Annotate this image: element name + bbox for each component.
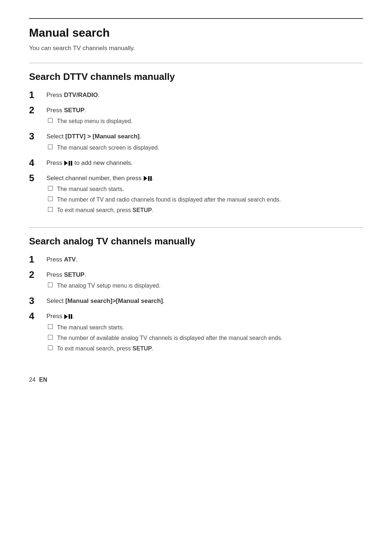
pause-bar-1 xyxy=(148,176,150,181)
analog-step-1-bold: ATV xyxy=(64,256,76,263)
dttv-step-5-bullet-3: To exit manual search, press SETUP. xyxy=(48,206,363,215)
analog-step-2: 2 Press SETUP. The analog TV setup menu … xyxy=(29,269,363,292)
bullet-box-icon xyxy=(48,118,53,123)
dttv-step-5-bullet-1: The manual search starts. xyxy=(48,185,363,194)
bullet-box-icon xyxy=(48,283,53,287)
analog-step-4-bullet-3: To exit manual search, press SETUP. xyxy=(48,344,363,353)
dttv-step-3-bullets: The manual search screen is displayed. xyxy=(46,143,363,152)
dttv-step-3: 3 Select [DTTV] > [Manual search]. The m… xyxy=(29,130,363,154)
analog-step-number-4: 4 xyxy=(29,310,46,322)
analog-step-number-3: 3 xyxy=(29,295,46,307)
dttv-step-3-bullet-text-1: The manual search screen is displayed. xyxy=(57,143,159,152)
analog-step-4-bullet-text-1: The manual search starts. xyxy=(57,323,124,332)
dttv-step-1-bold: DTV/RADIO xyxy=(64,92,98,98)
dttv-section-divider xyxy=(29,63,363,63)
analog-section-title: Search analog TV channels manually xyxy=(29,236,363,247)
analog-step-number-2: 2 xyxy=(29,269,46,281)
analog-step-4: 4 Press . The manual search starts. The … xyxy=(29,310,363,355)
pause-bars-icon xyxy=(148,176,152,181)
dttv-step-5-bullet-text-2: The number of TV and radio channels foun… xyxy=(57,195,281,204)
step-number-1: 1 xyxy=(29,89,46,101)
play-pause-icon-4 xyxy=(64,161,72,166)
step-number-5: 5 xyxy=(29,172,46,184)
play-triangle-icon xyxy=(64,161,68,166)
bullet-box-icon xyxy=(48,207,53,212)
pause-bar-1 xyxy=(69,161,70,166)
step-number-2: 2 xyxy=(29,104,46,117)
bullet-box-icon xyxy=(48,324,53,329)
step-number-3: 3 xyxy=(29,130,46,143)
dttv-step-5-bullet-2: The number of TV and radio channels foun… xyxy=(48,195,363,204)
top-divider xyxy=(29,18,363,19)
pause-bars-icon xyxy=(69,314,72,319)
dttv-step-2-bullet-1: The setup menu is displayed. xyxy=(48,117,363,126)
analog-step-1-content: Press ATV. xyxy=(46,253,363,264)
footer-page-number: 24 xyxy=(29,377,36,383)
dttv-step-2: 2 Press SETUP. The setup menu is display… xyxy=(29,104,363,128)
analog-steps-list: 1 Press ATV. 2 Press SETUP. The analog T… xyxy=(29,253,363,355)
footer-language: EN xyxy=(39,377,47,383)
dttv-step-2-content: Press SETUP. The setup menu is displayed… xyxy=(46,104,363,128)
analog-step-4-bullet-text-3: To exit manual search, press SETUP. xyxy=(57,344,154,353)
dttv-step-2-bullet-text-1: The setup menu is displayed. xyxy=(57,117,132,126)
analog-step-3: 3 Select [Manual search]>[Manual search]… xyxy=(29,295,363,307)
dttv-step-5-bullet-text-1: The manual search starts. xyxy=(57,185,124,194)
dttv-step-4-content: Press to add new channels. xyxy=(46,157,363,168)
bullet-box-icon xyxy=(48,145,53,149)
analog-step-2-bullet-text-1: The analog TV setup menu is displayed. xyxy=(57,281,160,290)
dttv-step-3-bold: [DTTV] > [Manual search] xyxy=(65,133,140,140)
analog-step-3-content: Select [Manual search]>[Manual search]. xyxy=(46,295,363,306)
pause-bar-2 xyxy=(150,176,152,181)
dttv-steps-list: 1 Press DTV/RADIO. 2 Press SETUP. The se… xyxy=(29,89,363,216)
pause-bar-2 xyxy=(71,314,72,319)
dttv-step-5-content: Select channel number, then press . The … xyxy=(46,172,363,217)
analog-step-2-bullet-1: The analog TV setup menu is displayed. xyxy=(48,281,363,290)
bullet-box-icon xyxy=(48,196,53,201)
dttv-step-3-content: Select [DTTV] > [Manual search]. The man… xyxy=(46,130,363,154)
dttv-step-3-bullet-1: The manual search screen is displayed. xyxy=(48,143,363,152)
analog-step-number-1: 1 xyxy=(29,253,46,266)
dttv-step-2-bullets: The setup menu is displayed. xyxy=(46,117,363,126)
analog-step-1: 1 Press ATV. xyxy=(29,253,363,266)
analog-step-4-bullet-2: The number of available analog TV channe… xyxy=(48,334,363,342)
dttv-step-2-bold: SETUP xyxy=(64,107,85,114)
play-triangle-icon xyxy=(64,314,68,319)
pause-bar-1 xyxy=(69,314,70,319)
bullet-box-icon xyxy=(48,335,53,340)
analog-step-4-content: Press . The manual search starts. The nu… xyxy=(46,310,363,355)
analog-step-2-content: Press SETUP. The analog TV setup menu is… xyxy=(46,269,363,292)
page-subtitle: You can search TV channels manually. xyxy=(29,45,363,52)
analog-step-3-bold: [Manual search]>[Manual search] xyxy=(65,297,163,304)
page-footer: 24 EN xyxy=(29,377,363,383)
dttv-step-1: 1 Press DTV/RADIO. xyxy=(29,89,363,101)
analog-step-2-bullets: The analog TV setup menu is displayed. xyxy=(46,281,363,290)
bullet-box-icon xyxy=(48,345,53,350)
analog-step-4-bullet-text-2: The number of available analog TV channe… xyxy=(57,334,282,342)
play-triangle-icon xyxy=(144,176,147,181)
page-title: Manual search xyxy=(29,26,363,40)
step-number-4: 4 xyxy=(29,157,46,169)
dttv-step-5-bullets: The manual search starts. The number of … xyxy=(46,185,363,215)
analog-section-divider xyxy=(29,227,363,228)
dttv-section-title: Search DTTV channels manually xyxy=(29,71,363,82)
dttv-step-5: 5 Select channel number, then press . Th… xyxy=(29,172,363,217)
pause-bars-icon xyxy=(69,161,72,166)
dttv-step-5-bullet-text-3: To exit manual search, press SETUP. xyxy=(57,206,154,215)
analog-step-4-bullets: The manual search starts. The number of … xyxy=(46,323,363,353)
pause-bar-2 xyxy=(71,161,72,166)
bullet-box-icon xyxy=(48,186,53,191)
analog-step-4-bullet-1: The manual search starts. xyxy=(48,323,363,332)
play-pause-icon-5 xyxy=(144,176,152,181)
dttv-step-4: 4 Press to add new channels. xyxy=(29,157,363,169)
play-pause-icon-analog-4 xyxy=(64,314,72,319)
dttv-step-1-content: Press DTV/RADIO. xyxy=(46,89,363,100)
analog-step-2-bold: SETUP xyxy=(64,271,85,278)
